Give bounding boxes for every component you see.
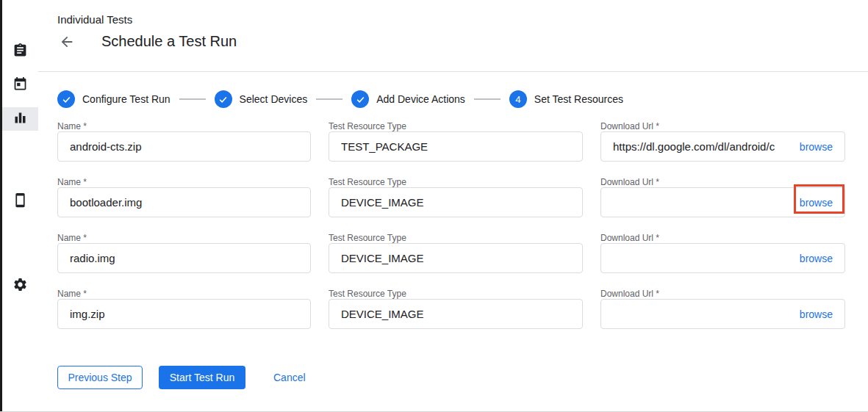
sidebar-item-tests[interactable] bbox=[2, 40, 38, 63]
check-icon bbox=[215, 90, 232, 108]
step-configure-test-run[interactable]: Configure Test Run bbox=[57, 90, 171, 108]
field-label: Test Resource Type bbox=[329, 234, 583, 243]
download-url-input[interactable]: browse bbox=[600, 299, 845, 329]
name-field: Name * img.zip bbox=[57, 289, 311, 329]
resource-type-field: Test Resource Type DEVICE_IMAGE bbox=[329, 234, 583, 273]
stepper: Configure Test Run Select Devices Add De… bbox=[57, 90, 623, 109]
smartphone-icon bbox=[12, 192, 28, 211]
sidebar bbox=[2, 0, 38, 412]
calendar-icon bbox=[12, 76, 28, 95]
arrow-back-icon bbox=[59, 40, 75, 52]
name-field: Name * radio.img bbox=[57, 234, 311, 273]
step-set-test-resources[interactable]: 4 Set Test Resources bbox=[509, 90, 623, 108]
back-button[interactable] bbox=[59, 34, 76, 51]
browse-link[interactable]: browse bbox=[800, 253, 833, 264]
field-label: Download Url * bbox=[600, 122, 845, 131]
name-input[interactable]: radio.img bbox=[57, 243, 311, 273]
sidebar-item-test-plans[interactable] bbox=[2, 73, 38, 97]
field-label: Download Url * bbox=[600, 234, 845, 243]
download-url-input[interactable]: browse bbox=[600, 243, 845, 273]
sidebar-item-devices[interactable] bbox=[2, 189, 38, 213]
download-url-field: Download Url * https://dl.google.com/dl/… bbox=[600, 122, 845, 162]
name-input[interactable]: bootloader.img bbox=[57, 187, 311, 217]
form-actions: Previous Step Start Test Run Cancel bbox=[57, 366, 306, 389]
resource-type-field: Test Resource Type TEST_PACKAGE bbox=[329, 122, 583, 162]
schedule-test-run-page: Individual Tests Schedule a Test Run Con… bbox=[0, 0, 868, 412]
start-test-run-button[interactable]: Start Test Run bbox=[159, 366, 245, 389]
gear-icon bbox=[12, 277, 28, 295]
download-url-input[interactable]: https://dl.google.com/dl/android/c brows… bbox=[600, 131, 845, 162]
step-label: Configure Test Run bbox=[82, 93, 171, 105]
field-label: Name * bbox=[57, 289, 311, 299]
browse-link[interactable]: browse bbox=[800, 141, 833, 153]
resource-type-select[interactable]: DEVICE_IMAGE bbox=[329, 187, 583, 217]
cancel-button[interactable]: Cancel bbox=[273, 372, 306, 383]
breadcrumb: Individual Tests bbox=[57, 13, 132, 26]
field-label: Test Resource Type bbox=[329, 122, 583, 131]
field-label: Download Url * bbox=[600, 289, 845, 299]
download-url-field: Download Url * browse bbox=[600, 178, 845, 217]
field-label: Test Resource Type bbox=[329, 289, 583, 299]
name-field: Name * bootloader.img bbox=[57, 178, 311, 217]
field-label: Test Resource Type bbox=[329, 178, 583, 187]
previous-step-button[interactable]: Previous Step bbox=[57, 366, 143, 389]
download-url-field: Download Url * browse bbox=[600, 289, 845, 329]
step-label: Set Test Resources bbox=[534, 93, 623, 105]
browse-link[interactable]: browse bbox=[800, 308, 833, 320]
test-resources-form: Name * android-cts.zip Test Resource Typ… bbox=[57, 122, 845, 329]
download-url-field: Download Url * browse bbox=[600, 234, 845, 273]
name-input[interactable]: android-cts.zip bbox=[57, 131, 311, 162]
bar-chart-icon bbox=[12, 110, 28, 129]
step-select-devices[interactable]: Select Devices bbox=[215, 90, 308, 108]
page-title: Schedule a Test Run bbox=[101, 33, 237, 50]
step-label: Select Devices bbox=[240, 93, 308, 105]
resource-type-select[interactable]: TEST_PACKAGE bbox=[329, 131, 583, 162]
check-icon bbox=[57, 90, 75, 108]
stepper-connector bbox=[474, 98, 501, 100]
download-url-value[interactable]: https://dl.google.com/dl/android/c bbox=[613, 140, 794, 153]
stepper-connector bbox=[179, 98, 206, 100]
step-add-device-actions[interactable]: Add Device Actions bbox=[351, 90, 465, 108]
resource-type-field: Test Resource Type DEVICE_IMAGE bbox=[329, 178, 583, 217]
check-icon bbox=[351, 90, 369, 108]
sidebar-item-settings[interactable] bbox=[2, 274, 38, 297]
field-label: Name * bbox=[57, 178, 311, 187]
name-input[interactable]: img.zip bbox=[57, 299, 311, 329]
sidebar-item-test-runs[interactable] bbox=[2, 107, 38, 131]
header-divider bbox=[38, 71, 868, 72]
resource-type-select[interactable]: DEVICE_IMAGE bbox=[329, 299, 583, 329]
step-number-badge: 4 bbox=[509, 90, 527, 108]
name-field: Name * android-cts.zip bbox=[57, 122, 311, 162]
field-label: Name * bbox=[57, 234, 311, 243]
field-label: Name * bbox=[57, 122, 311, 131]
stepper-connector bbox=[316, 98, 342, 100]
resource-type-select[interactable]: DEVICE_IMAGE bbox=[329, 243, 583, 273]
download-url-input[interactable]: browse bbox=[600, 187, 845, 217]
clipboard-icon bbox=[12, 43, 28, 61]
browse-link[interactable]: browse bbox=[800, 197, 833, 209]
resource-type-field: Test Resource Type DEVICE_IMAGE bbox=[329, 289, 583, 329]
field-label: Download Url * bbox=[600, 178, 845, 187]
step-label: Add Device Actions bbox=[376, 93, 465, 105]
